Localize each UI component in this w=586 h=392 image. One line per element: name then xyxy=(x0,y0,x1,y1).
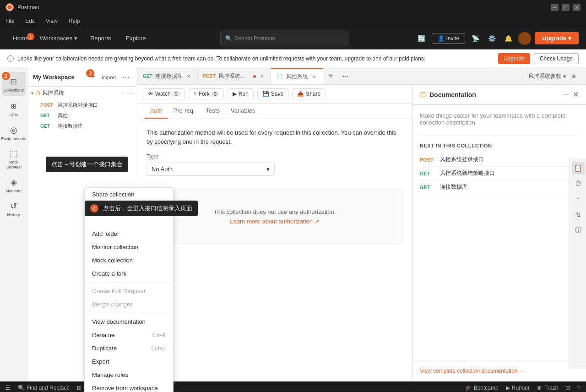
watch-icon: 👁 xyxy=(148,91,153,97)
close-button[interactable]: ✕ xyxy=(573,4,581,11)
doc-req-0[interactable]: POST 风控系统登录接口 xyxy=(420,153,579,167)
notifications-icon[interactable]: 🔔 xyxy=(502,32,515,45)
menu-view[interactable]: View xyxy=(44,17,60,25)
sidebar-item-apis[interactable]: ⊕ APIs xyxy=(2,98,26,120)
tab-get-db[interactable]: GET 连接数据库 ✕ xyxy=(137,68,198,85)
sync-icon[interactable]: 🔄 xyxy=(415,32,428,45)
type-select-dropdown[interactable]: No Auth ▾ xyxy=(146,163,275,176)
user-avatar[interactable] xyxy=(518,32,531,45)
ctx-mock-collection[interactable]: Mock collection xyxy=(85,254,173,267)
collection-context-menu-trigger[interactable]: ⋯ xyxy=(127,90,133,97)
sidebar-label-history: History xyxy=(7,212,20,218)
history-icon: ↺ xyxy=(10,201,17,211)
bootcamp-button[interactable]: 🎓 Bootcamp xyxy=(465,385,499,391)
ctx-create-pull-request: Create Pull Request xyxy=(85,284,173,298)
doc-req-1[interactable]: GET 风控系统新增策略接口 xyxy=(420,167,579,180)
tab-close-fkxt[interactable]: ✕ xyxy=(311,74,317,80)
ctx-create-fork[interactable]: Create a fork xyxy=(85,267,173,280)
banner-check-usage-button[interactable]: Check Usage xyxy=(534,53,579,64)
env-selector[interactable]: 风控系统参数 ▾ 👁 xyxy=(522,72,586,80)
fork-button[interactable]: ⑂ Fork 0 xyxy=(189,88,224,99)
dropdown-chevron-icon: ▾ xyxy=(266,166,270,173)
collection-item[interactable]: ▾ ⊡ 风控系统 ☆ ⋯ xyxy=(27,87,137,100)
tab-fkxt[interactable]: 📄 风控系统 ✕ xyxy=(271,68,323,85)
eye-button[interactable]: 👁 xyxy=(568,73,581,80)
history-sidebar-icon[interactable]: ⏱ xyxy=(572,177,585,190)
tab-post-login[interactable]: POST 风控系统登录接口 ✕ xyxy=(198,68,271,85)
layout-button[interactable]: ⊟ xyxy=(565,385,570,391)
menu-help[interactable]: Help xyxy=(67,17,82,25)
help-button[interactable]: ? xyxy=(577,385,581,391)
tab-auth[interactable]: Auth xyxy=(145,103,168,119)
ctx-remove-from-workspace[interactable]: Remove from workspace xyxy=(85,381,173,392)
save-button[interactable]: 💾 Save xyxy=(257,88,288,99)
find-replace-button[interactable]: 🔍 Find and Replace xyxy=(18,385,70,391)
menu-edit[interactable]: Edit xyxy=(23,17,37,25)
tab-close-login[interactable]: ✕ xyxy=(259,73,265,80)
ctx-view-documentation[interactable]: View documentation xyxy=(85,315,173,328)
tab-method-get: GET xyxy=(143,74,152,79)
nav-workspaces[interactable]: Workspaces ▾ xyxy=(34,35,83,42)
maximize-button[interactable]: □ xyxy=(562,4,570,11)
ctx-duplicate[interactable]: Duplicate Ctrl+D xyxy=(85,342,173,355)
tab-prereq[interactable]: Pre-req. xyxy=(168,103,201,119)
trash-button[interactable]: 🗑 Trash xyxy=(537,385,558,391)
nav-reports[interactable]: Reports xyxy=(83,35,119,42)
invite-button[interactable]: 👤 Invite xyxy=(432,33,466,44)
flow-sidebar-icon[interactable]: ↕ xyxy=(572,193,585,206)
panel-more-button[interactable]: ⋯ xyxy=(120,72,131,82)
sort-sidebar-icon[interactable]: ⇅ xyxy=(572,208,585,221)
sidebar-item-monitors[interactable]: ◈ Monitors xyxy=(2,174,26,196)
panel-title: My Workspace xyxy=(33,74,75,81)
info-sidebar-icon[interactable]: ⓘ xyxy=(572,224,585,237)
view-complete-doc-link[interactable]: View complete collection documentation → xyxy=(420,368,579,374)
ctx-add-folder[interactable]: Add folder xyxy=(85,227,173,240)
collections-icon: ⊡ xyxy=(10,76,17,87)
ctx-rename[interactable]: Rename Ctrl+E xyxy=(85,328,173,342)
nav-explore[interactable]: Explore xyxy=(119,35,153,42)
upgrade-button[interactable]: Upgrade ▾ xyxy=(535,32,579,44)
runner-button[interactable]: ▶ Runner xyxy=(506,385,530,391)
doc-divider xyxy=(420,135,579,136)
doc-sidebar-icon[interactable]: 📋 xyxy=(572,162,585,174)
doc-method-get-1: GET xyxy=(420,171,436,176)
unsaved-dot xyxy=(253,75,256,78)
ctx-share-collection[interactable]: Share collection xyxy=(85,188,173,201)
sub-item-2[interactable]: GET 连接数据库 xyxy=(27,121,137,131)
tab-close-db[interactable]: ✕ xyxy=(185,73,192,80)
watch-button[interactable]: 👁 Watch 0 xyxy=(143,88,185,99)
ctx-export[interactable]: Export xyxy=(85,355,173,368)
sidebar-item-mock-servers[interactable]: ⬚ Mock Servers xyxy=(2,146,26,173)
import-button[interactable]: Import xyxy=(99,72,119,82)
sidebar-item-environments[interactable]: ◎ Environments xyxy=(2,122,26,144)
doc-req-name-2: 连接数据库 xyxy=(440,183,467,191)
tab-variables[interactable]: Variables xyxy=(225,103,260,119)
sidebar-icons: 2 ⊡ Collections ⊕ APIs ◎ Environments ⬚ … xyxy=(0,68,27,381)
tab-add-button[interactable]: + xyxy=(323,71,339,81)
doc-close-button[interactable]: ✕ xyxy=(573,90,579,99)
sidebar-item-history[interactable]: ↺ History xyxy=(2,198,26,220)
share-button[interactable]: 📤 Share xyxy=(292,88,326,99)
sidebar-toggle-button[interactable]: ☰ xyxy=(5,385,11,391)
tab-more-button[interactable]: ⋯ xyxy=(339,73,353,80)
satellite-icon[interactable]: 📡 xyxy=(469,32,482,45)
doc-description: Make things easier for your teammates wi… xyxy=(420,112,579,126)
tab-tests[interactable]: Tests xyxy=(201,103,225,119)
settings-icon[interactable]: ⚙️ xyxy=(485,32,498,45)
banner-upgrade-button[interactable]: Upgrade xyxy=(498,53,530,64)
menu-file[interactable]: File xyxy=(4,17,16,25)
ctx-monitor-collection[interactable]: Monitor collection xyxy=(85,240,173,254)
run-button[interactable]: ▶ Run xyxy=(228,88,254,99)
method-badge-post: POST xyxy=(40,103,56,108)
doc-req-2[interactable]: GET 连接数据库 xyxy=(420,180,579,194)
ctx-manage-roles[interactable]: Manage roles xyxy=(85,368,173,381)
sub-item-1[interactable]: GET 风控 xyxy=(27,110,137,121)
learn-more-link[interactable]: Learn more about authorization ↗ xyxy=(230,218,319,225)
sub-item-0[interactable]: POST 风控系统登录接口 xyxy=(27,100,137,110)
minimize-button[interactable]: ─ xyxy=(551,4,559,11)
sub-item-name-0: 风控系统登录接口 xyxy=(58,102,98,109)
doc-more-icon[interactable]: ⋯ xyxy=(564,92,569,98)
star-icon[interactable]: ☆ xyxy=(120,90,125,97)
search-box[interactable]: 🔍 Search Postman xyxy=(220,32,348,45)
sub-item-name-2: 连接数据库 xyxy=(58,123,83,130)
